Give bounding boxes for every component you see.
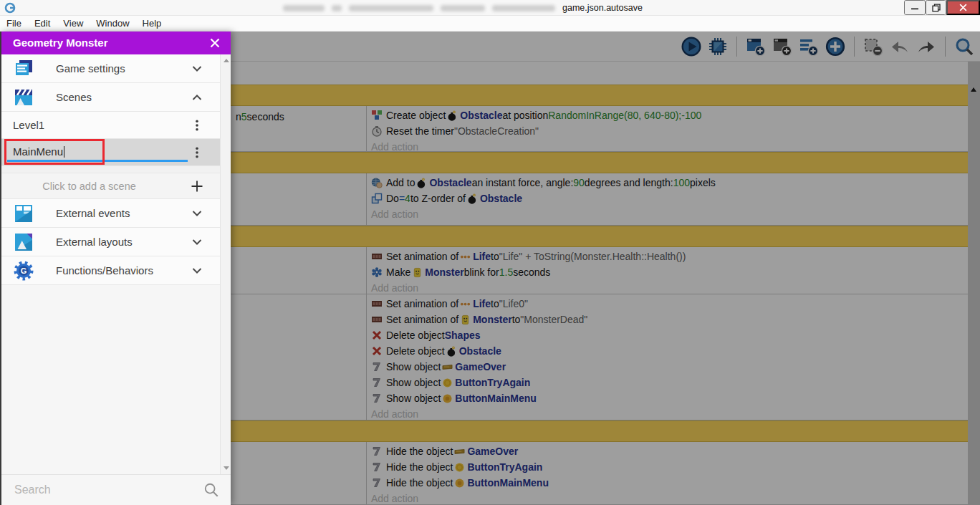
sidebar-item-external-layouts[interactable]: External layouts <box>1 228 220 256</box>
redacted-title-text <box>332 5 342 11</box>
chevron-down-icon <box>190 235 204 249</box>
sidebar-item-label: External layouts <box>56 228 133 256</box>
sidebar-item-label: External events <box>56 199 130 228</box>
scene-rename-row[interactable]: MainMenu <box>1 139 220 166</box>
scroll-up-icon[interactable] <box>224 59 229 62</box>
chevron-down-icon <box>190 206 204 221</box>
drawer-spacer <box>1 166 220 173</box>
project-manager-drawer: Geometry Monster Game settingsScenesLeve… <box>0 32 231 505</box>
kebab-icon <box>190 145 204 160</box>
project-title: Geometry Monster <box>13 32 108 54</box>
scenes-icon <box>13 87 34 108</box>
sidebar-item-scenes[interactable]: Scenes <box>1 83 220 112</box>
kebab-icon <box>190 118 204 133</box>
scene-options-button[interactable] <box>190 118 204 133</box>
drawer-scrollbar[interactable] <box>220 54 231 474</box>
sidebar-item-functions-behaviors[interactable]: GFunctions/Behaviors <box>1 256 220 285</box>
minimize-button[interactable] <box>904 0 926 15</box>
app-window: game.json.autosave FileEditViewWindowHel… <box>0 0 980 505</box>
chevron-down-icon <box>190 62 204 76</box>
window-title: game.json.autosave <box>283 0 643 16</box>
scene-item-level1[interactable]: Level1 <box>1 112 220 139</box>
redacted-title-text <box>492 5 555 11</box>
menu-bar: FileEditViewWindowHelp <box>0 16 980 32</box>
input-focus-underline <box>7 160 188 162</box>
add-scene-button[interactable] <box>190 179 204 193</box>
text-caret <box>64 146 64 158</box>
scroll-down-icon[interactable] <box>224 466 229 470</box>
scene-name: Level1 <box>13 112 44 139</box>
scene-rename-value: MainMenu <box>13 145 63 158</box>
menu-edit[interactable]: Edit <box>28 16 57 31</box>
drawer-body: Game settingsScenesLevel1MainMenuClick t… <box>1 54 220 474</box>
search-input[interactable] <box>13 481 192 499</box>
sidebar-item-label: Scenes <box>56 83 92 112</box>
close-window-button[interactable] <box>946 0 980 15</box>
menu-help[interactable]: Help <box>136 16 168 31</box>
menu-window[interactable]: Window <box>90 16 135 31</box>
svg-text:G: G <box>21 266 27 275</box>
drawer-close-button[interactable] <box>208 36 222 50</box>
external-layouts-icon <box>13 231 34 253</box>
sidebar-item-label: Functions/Behaviors <box>56 256 153 285</box>
restore-button[interactable] <box>926 0 946 15</box>
scene-options-button[interactable] <box>190 145 204 160</box>
external-events-icon <box>13 203 34 224</box>
chevron-up-icon <box>190 90 204 105</box>
plus-icon <box>190 179 204 193</box>
sidebar-item-external-events[interactable]: External events <box>1 199 220 228</box>
search-icon[interactable] <box>203 482 219 498</box>
drawer-header: Geometry Monster <box>1 32 231 54</box>
gdevelop-logo-icon <box>4 2 16 14</box>
functions-icon: G <box>13 260 34 282</box>
sidebar-item-game-settings[interactable]: Game settings <box>1 54 220 83</box>
redacted-title-text <box>349 5 433 11</box>
sidebar-item-label: Game settings <box>56 54 125 83</box>
redacted-title-text <box>441 5 485 11</box>
redacted-title-text <box>283 5 325 11</box>
menu-file[interactable]: File <box>0 16 28 31</box>
window-title-text: game.json.autosave <box>562 3 643 13</box>
menu-view[interactable]: View <box>57 16 90 31</box>
chevron-down-icon <box>190 264 204 278</box>
add-scene-label: Click to add a scene <box>1 173 177 199</box>
game-settings-icon <box>13 58 34 80</box>
add-scene-row[interactable]: Click to add a scene <box>1 173 220 199</box>
drawer-search-row <box>1 474 231 505</box>
titlebar: game.json.autosave <box>0 0 980 16</box>
